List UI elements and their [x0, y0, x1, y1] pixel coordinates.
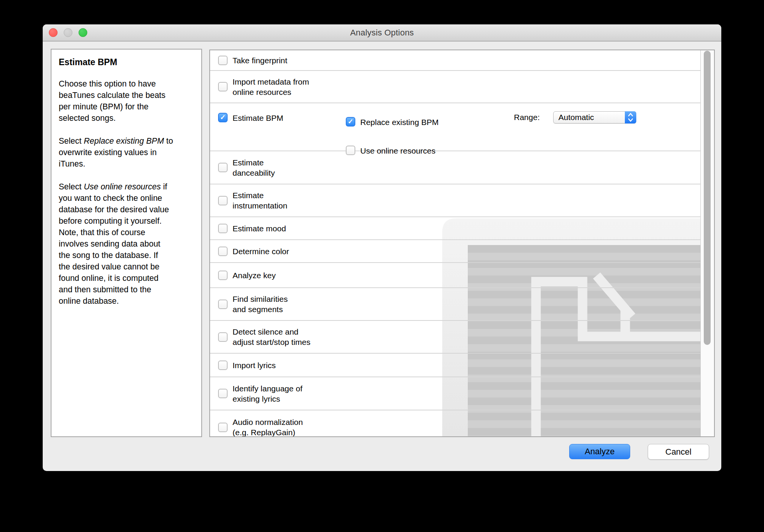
identify-language-label: Identify language ofexisting lyrics [233, 383, 302, 404]
import-lyrics-label: Import lyrics [233, 360, 276, 370]
estimate-mood-checkbox[interactable]: ✓ [218, 224, 228, 233]
help-text-emphasis: Use online resources [84, 182, 161, 191]
help-paragraph: Select Replace existing BPM to overwrite… [59, 135, 190, 170]
estimate-bpm-suboptions: ✓Replace existing BPM✓Use online resourc… [346, 117, 514, 156]
estimate-instrumentation-checkbox[interactable]: ✓ [218, 196, 228, 205]
option-row-estimate-mood: ✓Estimate mood [210, 217, 700, 240]
import-lyrics-checkbox[interactable]: ✓ [218, 361, 228, 370]
option-row-import-lyrics: ✓Import lyrics [210, 354, 700, 377]
analyze-key-label: Analyze key [233, 270, 276, 280]
determine-color-checkbox[interactable]: ✓ [218, 247, 228, 256]
option-row-identify-language: ✓Identify language ofexisting lyrics [210, 377, 700, 410]
import-metadata-checkbox[interactable]: ✓ [218, 82, 228, 91]
help-text-run: Choose this option to have beaTunes calc… [59, 79, 165, 123]
cancel-button[interactable]: Cancel [648, 444, 709, 460]
take-fingerprint-checkbox[interactable]: ✓ [218, 56, 228, 65]
replace-existing-bpm-label: Replace existing BPM [360, 117, 438, 127]
range-label: Range: [514, 113, 540, 122]
estimate-bpm-label: Estimate BPM [233, 113, 283, 123]
checkmark-icon: ✓ [220, 114, 226, 121]
find-similarities-checkbox[interactable]: ✓ [218, 300, 228, 309]
scrollbar-thumb[interactable] [704, 51, 711, 345]
option-row-analyze-key: ✓Analyze key [210, 263, 700, 288]
help-text-run: Select [59, 182, 84, 191]
scrollbar-track[interactable] [700, 50, 714, 436]
window-title: Analysis Options [43, 24, 721, 41]
range-selected-value: Automatic [554, 113, 625, 122]
up-down-chevrons-icon [625, 111, 636, 123]
option-row-audio-normalization: ✓Audio normalization(e.g. ReplayGain) [210, 410, 700, 436]
option-row-import-metadata: ✓Import metadata fromonline resources [210, 71, 700, 103]
detect-silence-label: Detect silence andadjust start/stop time… [233, 327, 310, 347]
analyze-key-checkbox[interactable]: ✓ [218, 271, 228, 280]
help-text-run: if you want to check the online database… [59, 182, 169, 306]
audio-normalization-label: Audio normalization(e.g. ReplayGain) [233, 417, 303, 436]
estimate-mood-label: Estimate mood [233, 223, 286, 234]
title-bar[interactable]: Analysis Options [43, 24, 721, 42]
option-row-estimate-danceability: ✓Estimatedanceability [210, 151, 700, 184]
option-row-estimate-bpm: ✓Estimate BPM✓Replace existing BPM✓Use o… [210, 103, 700, 151]
help-panel: Estimate BPM Choose this option to have … [51, 49, 202, 437]
help-text-run: Select [59, 136, 84, 146]
help-heading: Estimate BPM [59, 57, 194, 67]
screen: Analysis Options Estimate BPM Choose thi… [0, 0, 764, 532]
help-paragraph: Select Use online resources if you want … [59, 181, 190, 307]
detect-silence-checkbox[interactable]: ✓ [218, 332, 228, 342]
estimate-danceability-label: Estimatedanceability [233, 157, 275, 178]
option-row-detect-silence: ✓Detect silence andadjust start/stop tim… [210, 321, 700, 354]
identify-language-checkbox[interactable]: ✓ [218, 389, 228, 398]
take-fingerprint-label: Take fingerprint [233, 55, 287, 66]
help-text-emphasis: Replace existing BPM [84, 136, 164, 146]
option-row-take-fingerprint: ✓Take fingerprint [210, 50, 700, 71]
option-row-find-similarities: ✓Find similaritiesand segments [210, 288, 700, 321]
estimate-danceability-checkbox[interactable]: ✓ [218, 163, 228, 172]
determine-color-label: Determine color [233, 246, 289, 256]
find-similarities-label: Find similaritiesand segments [233, 294, 288, 314]
options-list-panel: ✓Take fingerprint✓Import metadata fromon… [209, 50, 715, 437]
audio-normalization-checkbox[interactable]: ✓ [218, 423, 228, 432]
range-select[interactable]: Automatic [553, 111, 636, 123]
estimate-instrumentation-label: Estimateinstrumentation [233, 190, 287, 211]
option-row-determine-color: ✓Determine color [210, 240, 700, 263]
checkmark-icon: ✓ [348, 118, 353, 125]
import-metadata-label: Import metadata fromonline resources [233, 77, 309, 97]
estimate-bpm-main: ✓Estimate BPM [218, 113, 346, 123]
help-paragraph: Choose this option to have beaTunes calc… [59, 78, 190, 124]
option-row-estimate-instrumentation: ✓Estimateinstrumentation [210, 184, 700, 217]
suboption-replace-existing-bpm: ✓Replace existing BPM [346, 117, 514, 127]
replace-existing-bpm-checkbox[interactable]: ✓ [346, 117, 355, 127]
bpm-range-group: Range:Automatic [514, 111, 636, 123]
estimate-bpm-checkbox[interactable]: ✓ [218, 113, 228, 122]
help-text: Choose this option to have beaTunes calc… [59, 78, 194, 307]
analysis-options-dialog: Analysis Options Estimate BPM Choose thi… [43, 24, 721, 471]
analyze-button[interactable]: Analyze [569, 444, 630, 459]
options-viewport: ✓Take fingerprint✓Import metadata fromon… [210, 50, 700, 436]
